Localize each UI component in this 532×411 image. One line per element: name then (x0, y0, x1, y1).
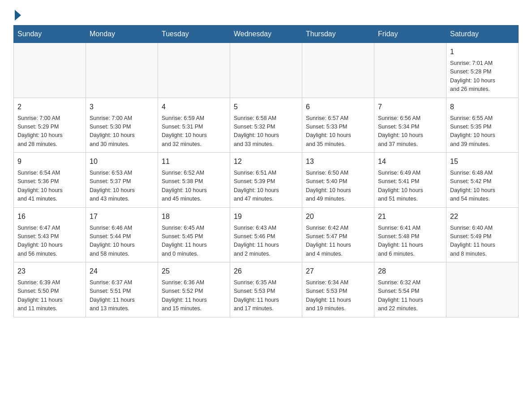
day-info: Sunrise: 6:36 AM Sunset: 5:52 PM Dayligh… (162, 278, 226, 313)
calendar-cell: 16Sunrise: 6:47 AM Sunset: 5:43 PM Dayli… (14, 207, 86, 262)
day-info: Sunrise: 6:40 AM Sunset: 5:49 PM Dayligh… (450, 224, 515, 259)
day-number: 17 (90, 211, 154, 222)
day-number: 20 (306, 211, 370, 222)
calendar-cell: 4Sunrise: 6:59 AM Sunset: 5:31 PM Daylig… (158, 98, 230, 153)
weekday-header-sunday: Sunday (14, 26, 86, 43)
day-number: 22 (450, 211, 515, 222)
weekday-header-tuesday: Tuesday (158, 26, 230, 43)
day-number: 10 (90, 156, 154, 167)
day-number: 6 (306, 102, 370, 112)
calendar-week-row: 9Sunrise: 6:54 AM Sunset: 5:36 PM Daylig… (14, 153, 519, 208)
calendar-cell: 28Sunrise: 6:32 AM Sunset: 5:54 PM Dayli… (374, 262, 446, 317)
calendar-week-row: 2Sunrise: 7:00 AM Sunset: 5:29 PM Daylig… (14, 98, 519, 153)
calendar-cell: 23Sunrise: 6:39 AM Sunset: 5:50 PM Dayli… (14, 262, 86, 317)
day-info: Sunrise: 6:51 AM Sunset: 5:39 PM Dayligh… (234, 169, 298, 204)
day-number: 11 (162, 156, 226, 167)
calendar-cell: 24Sunrise: 6:37 AM Sunset: 5:51 PM Dayli… (86, 262, 158, 317)
calendar-cell: 19Sunrise: 6:43 AM Sunset: 5:46 PM Dayli… (230, 207, 302, 262)
day-number: 16 (17, 211, 82, 222)
calendar-cell (158, 43, 230, 98)
calendar-cell (14, 43, 86, 98)
calendar-cell: 25Sunrise: 6:36 AM Sunset: 5:52 PM Dayli… (158, 262, 230, 317)
logo (13, 9, 21, 21)
calendar-cell (302, 43, 374, 98)
calendar-cell: 8Sunrise: 6:55 AM Sunset: 5:35 PM Daylig… (446, 98, 519, 153)
day-info: Sunrise: 6:45 AM Sunset: 5:45 PM Dayligh… (162, 224, 226, 259)
day-info: Sunrise: 6:57 AM Sunset: 5:33 PM Dayligh… (306, 114, 370, 149)
day-number: 25 (162, 266, 226, 277)
day-info: Sunrise: 6:42 AM Sunset: 5:47 PM Dayligh… (306, 224, 370, 259)
day-number: 19 (234, 211, 298, 222)
day-info: Sunrise: 6:32 AM Sunset: 5:54 PM Dayligh… (378, 278, 442, 313)
day-info: Sunrise: 6:56 AM Sunset: 5:34 PM Dayligh… (378, 114, 442, 149)
day-number: 24 (90, 266, 154, 277)
day-number: 14 (378, 156, 442, 167)
day-info: Sunrise: 6:39 AM Sunset: 5:50 PM Dayligh… (17, 278, 82, 313)
calendar-cell: 13Sunrise: 6:50 AM Sunset: 5:40 PM Dayli… (302, 153, 374, 208)
day-number: 27 (306, 266, 370, 277)
day-number: 26 (234, 266, 298, 277)
calendar-cell: 3Sunrise: 7:00 AM Sunset: 5:30 PM Daylig… (86, 98, 158, 153)
day-info: Sunrise: 6:54 AM Sunset: 5:36 PM Dayligh… (17, 169, 82, 204)
day-info: Sunrise: 6:37 AM Sunset: 5:51 PM Dayligh… (90, 278, 154, 313)
page-header (13, 9, 519, 21)
calendar-cell: 21Sunrise: 6:41 AM Sunset: 5:48 PM Dayli… (374, 207, 446, 262)
weekday-header-wednesday: Wednesday (230, 26, 302, 43)
calendar-cell (374, 43, 446, 98)
calendar-table: SundayMondayTuesdayWednesdayThursdayFrid… (13, 25, 519, 317)
calendar-cell: 22Sunrise: 6:40 AM Sunset: 5:49 PM Dayli… (446, 207, 519, 262)
weekday-header-thursday: Thursday (302, 26, 374, 43)
logo-arrow-icon (15, 10, 21, 21)
day-info: Sunrise: 6:59 AM Sunset: 5:31 PM Dayligh… (162, 114, 226, 149)
calendar-cell: 17Sunrise: 6:46 AM Sunset: 5:44 PM Dayli… (86, 207, 158, 262)
day-info: Sunrise: 6:53 AM Sunset: 5:37 PM Dayligh… (90, 169, 154, 204)
day-info: Sunrise: 7:00 AM Sunset: 5:30 PM Dayligh… (90, 114, 154, 149)
calendar-cell: 26Sunrise: 6:35 AM Sunset: 5:53 PM Dayli… (230, 262, 302, 317)
calendar-cell (230, 43, 302, 98)
calendar-cell: 9Sunrise: 6:54 AM Sunset: 5:36 PM Daylig… (14, 153, 86, 208)
day-info: Sunrise: 6:46 AM Sunset: 5:44 PM Dayligh… (90, 224, 154, 259)
day-number: 7 (378, 102, 442, 112)
calendar-cell: 12Sunrise: 6:51 AM Sunset: 5:39 PM Dayli… (230, 153, 302, 208)
day-info: Sunrise: 6:34 AM Sunset: 5:53 PM Dayligh… (306, 278, 370, 313)
calendar-cell: 11Sunrise: 6:52 AM Sunset: 5:38 PM Dayli… (158, 153, 230, 208)
day-number: 12 (234, 156, 298, 167)
day-number: 28 (378, 266, 442, 277)
day-number: 4 (162, 102, 226, 112)
day-info: Sunrise: 6:58 AM Sunset: 5:32 PM Dayligh… (234, 114, 298, 149)
calendar-cell: 2Sunrise: 7:00 AM Sunset: 5:29 PM Daylig… (14, 98, 86, 153)
day-info: Sunrise: 6:41 AM Sunset: 5:48 PM Dayligh… (378, 224, 442, 259)
day-info: Sunrise: 6:35 AM Sunset: 5:53 PM Dayligh… (234, 278, 298, 313)
day-info: Sunrise: 6:55 AM Sunset: 5:35 PM Dayligh… (450, 114, 515, 149)
day-number: 21 (378, 211, 442, 222)
day-info: Sunrise: 6:50 AM Sunset: 5:40 PM Dayligh… (306, 169, 370, 204)
calendar-cell: 6Sunrise: 6:57 AM Sunset: 5:33 PM Daylig… (302, 98, 374, 153)
calendar-cell (86, 43, 158, 98)
day-number: 23 (17, 266, 82, 277)
day-number: 2 (17, 102, 82, 112)
day-info: Sunrise: 7:00 AM Sunset: 5:29 PM Dayligh… (17, 114, 82, 149)
calendar-cell: 10Sunrise: 6:53 AM Sunset: 5:37 PM Dayli… (86, 153, 158, 208)
day-number: 15 (450, 156, 515, 167)
day-number: 8 (450, 102, 515, 112)
day-number: 9 (17, 156, 82, 167)
day-info: Sunrise: 6:48 AM Sunset: 5:42 PM Dayligh… (450, 169, 515, 204)
calendar-cell: 18Sunrise: 6:45 AM Sunset: 5:45 PM Dayli… (158, 207, 230, 262)
weekday-header-friday: Friday (374, 26, 446, 43)
day-number: 5 (234, 102, 298, 112)
day-info: Sunrise: 6:43 AM Sunset: 5:46 PM Dayligh… (234, 224, 298, 259)
calendar-week-row: 1Sunrise: 7:01 AM Sunset: 5:28 PM Daylig… (14, 43, 519, 98)
calendar-cell: 20Sunrise: 6:42 AM Sunset: 5:47 PM Dayli… (302, 207, 374, 262)
weekday-header-monday: Monday (86, 26, 158, 43)
calendar-cell: 15Sunrise: 6:48 AM Sunset: 5:42 PM Dayli… (446, 153, 519, 208)
calendar-cell: 7Sunrise: 6:56 AM Sunset: 5:34 PM Daylig… (374, 98, 446, 153)
day-number: 3 (90, 102, 154, 112)
day-info: Sunrise: 7:01 AM Sunset: 5:28 PM Dayligh… (450, 59, 515, 94)
day-info: Sunrise: 6:49 AM Sunset: 5:41 PM Dayligh… (378, 169, 442, 204)
calendar-cell (446, 262, 519, 317)
calendar-cell: 27Sunrise: 6:34 AM Sunset: 5:53 PM Dayli… (302, 262, 374, 317)
calendar-week-row: 16Sunrise: 6:47 AM Sunset: 5:43 PM Dayli… (14, 207, 519, 262)
calendar-cell: 1Sunrise: 7:01 AM Sunset: 5:28 PM Daylig… (446, 43, 519, 98)
day-number: 18 (162, 211, 226, 222)
day-info: Sunrise: 6:47 AM Sunset: 5:43 PM Dayligh… (17, 224, 82, 259)
